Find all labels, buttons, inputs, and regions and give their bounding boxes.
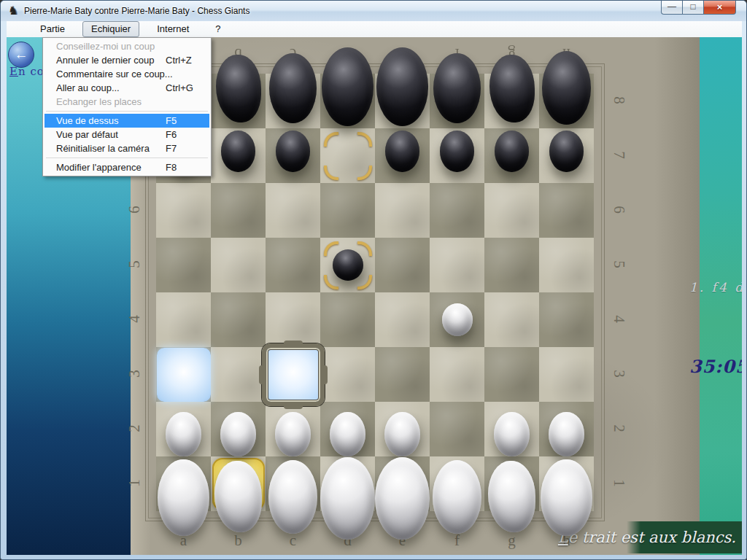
menu-item-modifier-l-apparence[interactable]: Modifier l'apparenceF8 [44, 160, 209, 174]
square-g6[interactable] [484, 183, 539, 238]
square-c4[interactable] [266, 292, 320, 347]
menu-item-shortcut [166, 95, 204, 109]
square-a4[interactable] [156, 292, 211, 347]
black-pawn-g7[interactable] [495, 131, 528, 171]
menubar-item-partie[interactable]: Partie [31, 21, 74, 37]
white-pawn-e2[interactable] [384, 412, 419, 456]
black-rook-h8[interactable] [542, 51, 591, 124]
square-c5[interactable] [266, 238, 320, 292]
legal-move-square-a3[interactable] [157, 348, 211, 402]
square-e6[interactable] [375, 183, 430, 238]
square-h3[interactable] [539, 347, 594, 402]
white-rook-a1[interactable] [158, 459, 209, 536]
white-bishop-c1[interactable] [268, 460, 318, 534]
title-bar[interactable]: ♞ Pierre-Marie Baty contre Pierre-Marie … [1, 1, 746, 21]
square-g3[interactable] [484, 347, 539, 402]
square-c6[interactable] [266, 183, 320, 238]
turn-message: Le trait est aux blancs. [558, 529, 736, 546]
square-d4[interactable] [320, 292, 375, 347]
gold-corner-icon [324, 166, 338, 180]
close-button[interactable]: × [703, 1, 736, 15]
menu-item-label: Réinitialiser la caméra [56, 141, 166, 155]
white-pawn-h2[interactable] [549, 412, 584, 456]
white-queen-d1[interactable] [320, 457, 375, 540]
last-move-from-marker-d7 [324, 132, 372, 180]
rank-label-right-3: 3 [610, 363, 628, 385]
white-pawn-c2[interactable] [275, 412, 310, 456]
square-a5[interactable] [156, 238, 211, 292]
rank-label-left-1: 1 [125, 472, 144, 494]
square-b4[interactable] [211, 292, 266, 347]
square-g5[interactable] [484, 238, 539, 292]
menu-item-vue-par-defaut[interactable]: Vue par défautF6 [44, 128, 209, 141]
black-bishop-c8[interactable] [269, 53, 316, 124]
menu-item-shortcut: F8 [166, 160, 204, 174]
square-f3[interactable] [430, 347, 484, 402]
white-knight-g1[interactable] [488, 461, 535, 532]
square-d6[interactable] [320, 183, 375, 238]
menu-item-label: Conseillez-moi un coup [56, 39, 166, 53]
white-pawn-f4[interactable] [442, 303, 473, 335]
minimize-button[interactable]: — [661, 1, 682, 15]
black-bishop-f8[interactable] [433, 53, 480, 124]
square-g4[interactable] [484, 292, 539, 347]
gold-corner-icon [357, 275, 372, 289]
menu-item-reinitialiser-la-camera[interactable]: Réinitialiser la caméraF7 [44, 141, 209, 155]
square-f6[interactable] [430, 183, 484, 238]
square-e4[interactable] [375, 292, 430, 347]
rank-label-right-8: 8 [610, 90, 628, 112]
back-button[interactable]: ← [8, 42, 34, 68]
window-title: Pierre-Marie Baty contre Pierre-Marie Ba… [24, 6, 249, 16]
square-a6[interactable] [156, 183, 211, 238]
square-h6[interactable] [539, 183, 594, 238]
menubar-item-echiquier[interactable]: Echiquier [82, 21, 139, 37]
square-h4[interactable] [539, 292, 594, 347]
rank-label-left-3: 3 [125, 363, 144, 385]
menu-item-shortcut: Ctrl+Z [166, 53, 204, 67]
menu-item-aller-au-coup[interactable]: Aller au coup...Ctrl+G [44, 81, 209, 95]
white-pawn-d2[interactable] [330, 412, 365, 456]
menu-item-label: Annuler le dernier coup [56, 53, 166, 67]
rank-label-right-4: 4 [610, 308, 628, 330]
square-e5[interactable] [375, 238, 430, 292]
black-pawn-f7[interactable] [440, 131, 473, 171]
menubar-item-item[interactable]: ? [206, 21, 229, 37]
maximize-button[interactable]: □ [682, 1, 703, 15]
black-pawn-d5[interactable] [333, 249, 363, 281]
menubar-item-internet[interactable]: Internet [148, 21, 198, 37]
black-pawn-e7[interactable] [385, 131, 419, 171]
white-knight-b1[interactable] [214, 461, 262, 532]
square-f5[interactable] [430, 238, 484, 292]
menu-item-commentaire-sur-ce-coup[interactable]: Commentaire sur ce coup... [44, 67, 209, 81]
black-pawn-c7[interactable] [276, 131, 309, 171]
black-pawn-b7[interactable] [221, 131, 255, 171]
white-pawn-a2[interactable] [166, 412, 201, 456]
square-h5[interactable] [539, 238, 594, 292]
square-f2[interactable] [430, 402, 484, 456]
white-rook-h1[interactable] [541, 459, 592, 536]
hovered-move-square-c3[interactable] [262, 343, 325, 406]
gold-corner-icon [357, 241, 372, 256]
white-king-e1[interactable] [375, 457, 430, 540]
square-b6[interactable] [211, 183, 266, 238]
white-bishop-f1[interactable] [433, 460, 482, 534]
menu-item-conseillez-moi-un-coup: Conseillez-moi un coup [44, 39, 209, 53]
white-pawn-b2[interactable] [220, 412, 255, 456]
square-e3[interactable] [375, 347, 430, 402]
rank-label-left-6: 6 [125, 199, 144, 221]
menu-item-label: Commentaire sur ce coup... [56, 67, 173, 81]
gold-corner-icon [357, 132, 372, 147]
black-pawn-h7[interactable] [549, 131, 583, 171]
menu-item-annuler-le-dernier-coup[interactable]: Annuler le dernier coupCtrl+Z [44, 53, 209, 67]
echiquier-menu-dropdown: Conseillez-moi un coupAnnuler le dernier… [42, 37, 212, 176]
square-b5[interactable] [211, 238, 266, 292]
square-d3[interactable] [320, 347, 375, 402]
menu-item-shortcut: F7 [166, 141, 204, 155]
white-pawn-g2[interactable] [494, 412, 529, 456]
black-queen-d8[interactable] [322, 47, 374, 126]
black-king-e8[interactable] [376, 47, 429, 126]
menu-separator [46, 158, 208, 158]
square-b3[interactable] [211, 347, 266, 402]
rank-label-right-7: 7 [610, 144, 628, 166]
menu-item-vue-de-dessus[interactable]: Vue de dessusF5 [44, 114, 209, 128]
